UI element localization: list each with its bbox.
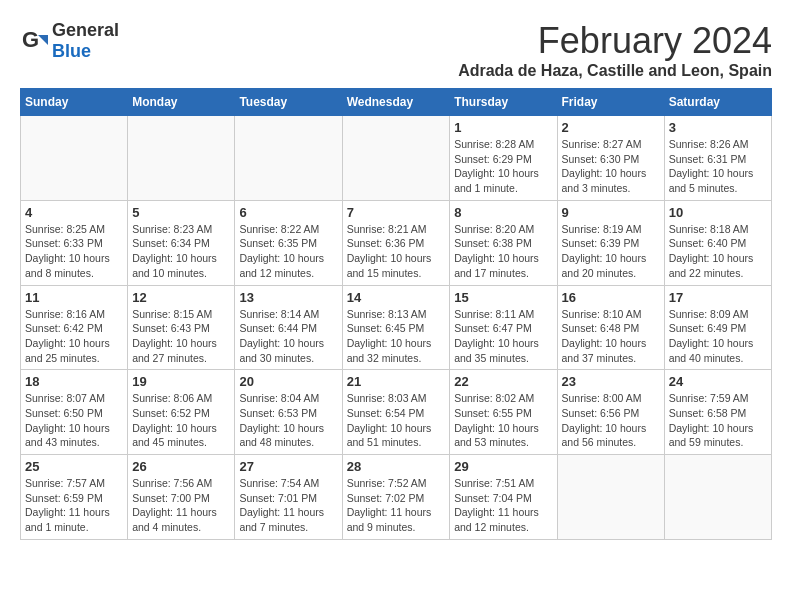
- day-info: Sunrise: 8:13 AM Sunset: 6:45 PM Dayligh…: [347, 307, 446, 366]
- day-number: 10: [669, 205, 767, 220]
- calendar-cell: 12Sunrise: 8:15 AM Sunset: 6:43 PM Dayli…: [128, 285, 235, 370]
- calendar-cell: 26Sunrise: 7:56 AM Sunset: 7:00 PM Dayli…: [128, 455, 235, 540]
- day-number: 7: [347, 205, 446, 220]
- weekday-header: Tuesday: [235, 89, 342, 116]
- calendar-cell: 28Sunrise: 7:52 AM Sunset: 7:02 PM Dayli…: [342, 455, 450, 540]
- day-number: 16: [562, 290, 660, 305]
- calendar-cell: 20Sunrise: 8:04 AM Sunset: 6:53 PM Dayli…: [235, 370, 342, 455]
- calendar-title: February 2024: [458, 20, 772, 62]
- day-info: Sunrise: 8:19 AM Sunset: 6:39 PM Dayligh…: [562, 222, 660, 281]
- day-info: Sunrise: 8:14 AM Sunset: 6:44 PM Dayligh…: [239, 307, 337, 366]
- calendar-subtitle: Adrada de Haza, Castille and Leon, Spain: [458, 62, 772, 80]
- calendar-cell: 27Sunrise: 7:54 AM Sunset: 7:01 PM Dayli…: [235, 455, 342, 540]
- calendar-cell: 2Sunrise: 8:27 AM Sunset: 6:30 PM Daylig…: [557, 116, 664, 201]
- weekday-header: Monday: [128, 89, 235, 116]
- calendar-cell: 21Sunrise: 8:03 AM Sunset: 6:54 PM Dayli…: [342, 370, 450, 455]
- calendar-week-row: 18Sunrise: 8:07 AM Sunset: 6:50 PM Dayli…: [21, 370, 772, 455]
- calendar-cell: 22Sunrise: 8:02 AM Sunset: 6:55 PM Dayli…: [450, 370, 557, 455]
- weekday-header: Sunday: [21, 89, 128, 116]
- calendar-cell: 10Sunrise: 8:18 AM Sunset: 6:40 PM Dayli…: [664, 200, 771, 285]
- calendar-week-row: 25Sunrise: 7:57 AM Sunset: 6:59 PM Dayli…: [21, 455, 772, 540]
- day-info: Sunrise: 7:56 AM Sunset: 7:00 PM Dayligh…: [132, 476, 230, 535]
- day-number: 4: [25, 205, 123, 220]
- calendar-week-row: 4Sunrise: 8:25 AM Sunset: 6:33 PM Daylig…: [21, 200, 772, 285]
- calendar-cell: 24Sunrise: 7:59 AM Sunset: 6:58 PM Dayli…: [664, 370, 771, 455]
- day-info: Sunrise: 7:51 AM Sunset: 7:04 PM Dayligh…: [454, 476, 552, 535]
- day-number: 23: [562, 374, 660, 389]
- day-info: Sunrise: 8:25 AM Sunset: 6:33 PM Dayligh…: [25, 222, 123, 281]
- day-number: 9: [562, 205, 660, 220]
- day-info: Sunrise: 8:07 AM Sunset: 6:50 PM Dayligh…: [25, 391, 123, 450]
- svg-marker-1: [38, 35, 48, 45]
- day-number: 29: [454, 459, 552, 474]
- day-info: Sunrise: 8:22 AM Sunset: 6:35 PM Dayligh…: [239, 222, 337, 281]
- day-number: 27: [239, 459, 337, 474]
- day-info: Sunrise: 8:03 AM Sunset: 6:54 PM Dayligh…: [347, 391, 446, 450]
- day-info: Sunrise: 8:10 AM Sunset: 6:48 PM Dayligh…: [562, 307, 660, 366]
- calendar-cell: [342, 116, 450, 201]
- weekday-header: Thursday: [450, 89, 557, 116]
- calendar-cell: 9Sunrise: 8:19 AM Sunset: 6:39 PM Daylig…: [557, 200, 664, 285]
- calendar-cell: [557, 455, 664, 540]
- day-info: Sunrise: 8:15 AM Sunset: 6:43 PM Dayligh…: [132, 307, 230, 366]
- day-info: Sunrise: 7:54 AM Sunset: 7:01 PM Dayligh…: [239, 476, 337, 535]
- calendar-cell: 1Sunrise: 8:28 AM Sunset: 6:29 PM Daylig…: [450, 116, 557, 201]
- day-number: 13: [239, 290, 337, 305]
- calendar-cell: 4Sunrise: 8:25 AM Sunset: 6:33 PM Daylig…: [21, 200, 128, 285]
- calendar-cell: 7Sunrise: 8:21 AM Sunset: 6:36 PM Daylig…: [342, 200, 450, 285]
- calendar-cell: [664, 455, 771, 540]
- day-info: Sunrise: 8:27 AM Sunset: 6:30 PM Dayligh…: [562, 137, 660, 196]
- day-number: 3: [669, 120, 767, 135]
- day-info: Sunrise: 7:59 AM Sunset: 6:58 PM Dayligh…: [669, 391, 767, 450]
- calendar-cell: 23Sunrise: 8:00 AM Sunset: 6:56 PM Dayli…: [557, 370, 664, 455]
- calendar-cell: 14Sunrise: 8:13 AM Sunset: 6:45 PM Dayli…: [342, 285, 450, 370]
- day-info: Sunrise: 8:06 AM Sunset: 6:52 PM Dayligh…: [132, 391, 230, 450]
- day-info: Sunrise: 8:26 AM Sunset: 6:31 PM Dayligh…: [669, 137, 767, 196]
- day-info: Sunrise: 8:11 AM Sunset: 6:47 PM Dayligh…: [454, 307, 552, 366]
- day-number: 26: [132, 459, 230, 474]
- calendar-cell: 16Sunrise: 8:10 AM Sunset: 6:48 PM Dayli…: [557, 285, 664, 370]
- day-number: 11: [25, 290, 123, 305]
- calendar-cell: 5Sunrise: 8:23 AM Sunset: 6:34 PM Daylig…: [128, 200, 235, 285]
- day-info: Sunrise: 8:09 AM Sunset: 6:49 PM Dayligh…: [669, 307, 767, 366]
- calendar-week-row: 1Sunrise: 8:28 AM Sunset: 6:29 PM Daylig…: [21, 116, 772, 201]
- day-number: 1: [454, 120, 552, 135]
- weekday-header: Friday: [557, 89, 664, 116]
- day-info: Sunrise: 7:57 AM Sunset: 6:59 PM Dayligh…: [25, 476, 123, 535]
- day-info: Sunrise: 8:20 AM Sunset: 6:38 PM Dayligh…: [454, 222, 552, 281]
- calendar-cell: [128, 116, 235, 201]
- day-info: Sunrise: 8:16 AM Sunset: 6:42 PM Dayligh…: [25, 307, 123, 366]
- logo: G General Blue: [20, 20, 119, 62]
- calendar-cell: 11Sunrise: 8:16 AM Sunset: 6:42 PM Dayli…: [21, 285, 128, 370]
- header: G General Blue February 2024 Adrada de H…: [20, 20, 772, 80]
- day-number: 18: [25, 374, 123, 389]
- day-number: 28: [347, 459, 446, 474]
- calendar-cell: 8Sunrise: 8:20 AM Sunset: 6:38 PM Daylig…: [450, 200, 557, 285]
- calendar-cell: 19Sunrise: 8:06 AM Sunset: 6:52 PM Dayli…: [128, 370, 235, 455]
- day-number: 19: [132, 374, 230, 389]
- day-number: 24: [669, 374, 767, 389]
- day-info: Sunrise: 8:21 AM Sunset: 6:36 PM Dayligh…: [347, 222, 446, 281]
- calendar-cell: 6Sunrise: 8:22 AM Sunset: 6:35 PM Daylig…: [235, 200, 342, 285]
- day-number: 8: [454, 205, 552, 220]
- calendar-cell: [21, 116, 128, 201]
- day-info: Sunrise: 7:52 AM Sunset: 7:02 PM Dayligh…: [347, 476, 446, 535]
- calendar-cell: 15Sunrise: 8:11 AM Sunset: 6:47 PM Dayli…: [450, 285, 557, 370]
- day-number: 25: [25, 459, 123, 474]
- day-number: 6: [239, 205, 337, 220]
- day-number: 14: [347, 290, 446, 305]
- calendar-table: SundayMondayTuesdayWednesdayThursdayFrid…: [20, 88, 772, 540]
- calendar-cell: 18Sunrise: 8:07 AM Sunset: 6:50 PM Dayli…: [21, 370, 128, 455]
- logo-blue: Blue: [52, 41, 91, 61]
- logo-general: General: [52, 20, 119, 40]
- day-number: 17: [669, 290, 767, 305]
- day-number: 15: [454, 290, 552, 305]
- svg-text:G: G: [22, 27, 39, 52]
- calendar-cell: 13Sunrise: 8:14 AM Sunset: 6:44 PM Dayli…: [235, 285, 342, 370]
- weekday-header: Saturday: [664, 89, 771, 116]
- day-number: 5: [132, 205, 230, 220]
- calendar-cell: 25Sunrise: 7:57 AM Sunset: 6:59 PM Dayli…: [21, 455, 128, 540]
- weekday-header-row: SundayMondayTuesdayWednesdayThursdayFrid…: [21, 89, 772, 116]
- calendar-cell: 17Sunrise: 8:09 AM Sunset: 6:49 PM Dayli…: [664, 285, 771, 370]
- title-section: February 2024 Adrada de Haza, Castille a…: [458, 20, 772, 80]
